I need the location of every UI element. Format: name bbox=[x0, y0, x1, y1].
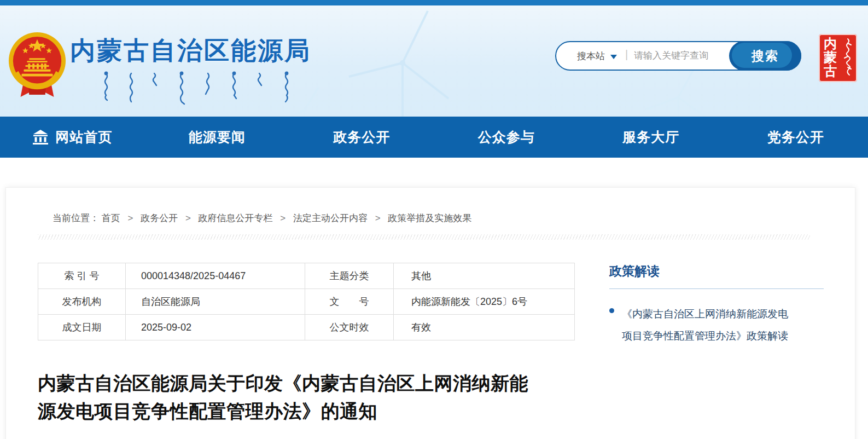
chevron-down-icon bbox=[610, 55, 617, 59]
seal-text: 内蒙古 bbox=[823, 37, 838, 78]
meta-label-index-number: 索 引 号 bbox=[38, 263, 126, 289]
search-divider: | bbox=[625, 48, 628, 61]
page: 内蒙古自治区能源局 搜本站 bbox=[0, 0, 868, 439]
nav-item-label: 能源要闻 bbox=[189, 128, 246, 146]
nav-item-label: 网站首页 bbox=[55, 128, 112, 146]
top-accent-bar bbox=[0, 0, 868, 5]
nav-item-service-hall[interactable]: 服务大厅 bbox=[579, 117, 724, 158]
meta-label-doc-number: 文 号 bbox=[305, 289, 394, 315]
inner-mongolia-seal: 内蒙古 bbox=[819, 34, 857, 82]
content-card: 当前位置： 首页 > 政务公开 > 政府信息公开专栏 > 法定主动公开内容 > … bbox=[5, 187, 855, 439]
policy-interpretation-sidebar: 政策解读 《内蒙古自治区上网消纳新能源发电项目竞争性配置管理办法》政策解读 bbox=[609, 263, 824, 347]
meta-label-date-issued: 成文日期 bbox=[38, 315, 126, 340]
nav-item-public-participation[interactable]: 公众参与 bbox=[434, 117, 579, 158]
search-scope-label: 搜本站 bbox=[577, 51, 605, 61]
breadcrumb-link-home[interactable]: 首页 bbox=[102, 213, 120, 223]
site-title: 内蒙古自治区能源局 bbox=[70, 34, 311, 68]
article-title: 内蒙古自治区能源局关于印发《内蒙古自治区上网消纳新能源发电项目竞争性配置管理办法… bbox=[38, 369, 537, 425]
bank-home-icon bbox=[32, 130, 49, 145]
breadcrumb-link-gov-affairs[interactable]: 政务公开 bbox=[141, 213, 178, 223]
meta-value-date-issued: 2025-09-02 bbox=[126, 315, 305, 340]
breadcrumb-separator: > bbox=[127, 213, 133, 223]
site-header: 内蒙古自治区能源局 搜本站 bbox=[0, 5, 868, 117]
table-row: 索 引 号 000014348/2025-04467 主题分类 其他 bbox=[38, 263, 575, 289]
breadcrumb-separator: > bbox=[280, 213, 286, 223]
nav-item-party-affairs[interactable]: 党务公开 bbox=[724, 117, 868, 158]
meta-label-topic-category: 主题分类 bbox=[305, 263, 394, 289]
search-button-label: 搜索 bbox=[752, 49, 779, 63]
sidebar-title: 政策解读 bbox=[609, 263, 824, 289]
hatched-divider bbox=[38, 234, 810, 240]
nav-item-energy-news[interactable]: 能源要闻 bbox=[145, 117, 290, 158]
meta-value-issuing-agency: 自治区能源局 bbox=[126, 289, 305, 315]
meta-value-topic-category: 其他 bbox=[394, 263, 575, 289]
meta-value-doc-number: 内能源新能发〔2025〕6号 bbox=[394, 289, 575, 315]
search-bar: 搜本站 | 搜索 bbox=[555, 41, 801, 71]
main-navigation: 网站首页 能源要闻 政务公开 公众参与 服务大厅 党务公开 bbox=[0, 117, 868, 158]
breadcrumb-separator: > bbox=[185, 213, 191, 223]
meta-label-issuing-agency: 发布机构 bbox=[38, 289, 126, 315]
breadcrumb-link-info-disclosure[interactable]: 政府信息公开专栏 bbox=[199, 213, 273, 223]
site-logo[interactable]: 内蒙古自治区能源局 bbox=[8, 26, 347, 108]
nav-item-label: 服务大厅 bbox=[622, 128, 679, 146]
breadcrumb: 当前位置： 首页 > 政务公开 > 政府信息公开专栏 > 法定主动公开内容 > … bbox=[53, 212, 471, 224]
document-meta-table: 索 引 号 000014348/2025-04467 主题分类 其他 发布机构 … bbox=[38, 263, 575, 340]
meta-value-validity: 有效 bbox=[394, 315, 575, 340]
list-item[interactable]: 《内蒙古自治区上网消纳新能源发电项目竞争性配置管理办法》政策解读 bbox=[609, 303, 824, 347]
table-row: 成文日期 2025-09-02 公文时效 有效 bbox=[38, 315, 575, 340]
search-input[interactable] bbox=[634, 48, 730, 64]
seal-mongolian-script bbox=[842, 37, 854, 79]
bullet-icon bbox=[609, 308, 614, 313]
policy-interpretation-link[interactable]: 《内蒙古自治区上网消纳新能源发电项目竞争性配置管理办法》政策解读 bbox=[622, 303, 797, 347]
nav-item-home[interactable]: 网站首页 bbox=[0, 117, 145, 158]
search-button[interactable]: 搜索 bbox=[729, 41, 801, 71]
nav-item-gov-affairs[interactable]: 政务公开 bbox=[289, 117, 434, 158]
breadcrumb-link-statutory-content[interactable]: 法定主动公开内容 bbox=[293, 213, 368, 223]
search-scope-dropdown[interactable]: 搜本站 bbox=[577, 50, 617, 62]
breadcrumb-separator: > bbox=[375, 213, 381, 223]
table-row: 发布机构 自治区能源局 文 号 内能源新能发〔2025〕6号 bbox=[38, 289, 575, 315]
meta-value-index-number: 000014348/2025-04467 bbox=[126, 263, 305, 289]
nav-item-label: 政务公开 bbox=[333, 128, 390, 146]
mongolian-script-decoration bbox=[100, 71, 296, 105]
nav-item-label: 党务公开 bbox=[767, 128, 824, 146]
breadcrumb-prefix: 当前位置： bbox=[53, 213, 99, 223]
breadcrumb-link-policy-measures[interactable]: 政策举措及实施效果 bbox=[388, 213, 471, 223]
meta-label-validity: 公文时效 bbox=[305, 315, 394, 340]
nav-item-label: 公众参与 bbox=[478, 128, 535, 146]
national-emblem-icon bbox=[8, 31, 67, 100]
